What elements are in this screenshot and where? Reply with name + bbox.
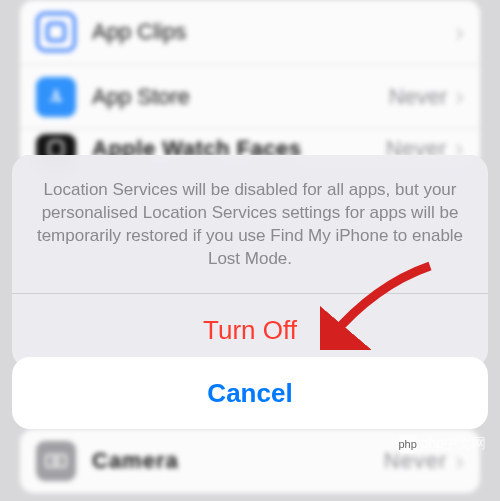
camera-icon [36, 441, 76, 481]
watermark-text: php中文网 [421, 435, 486, 453]
action-sheet: Location Services will be disabled for a… [12, 155, 488, 368]
watermark: php php中文网 [399, 435, 486, 453]
row-value: Never [389, 84, 448, 110]
cancel-button[interactable]: Cancel [12, 357, 488, 429]
list-row-app-clips[interactable]: App Clips › [20, 0, 480, 64]
app-store-icon [36, 77, 76, 117]
row-label: App Store [92, 84, 389, 110]
app-clips-icon [36, 12, 76, 52]
list-row-app-store[interactable]: App Store Never › [20, 64, 480, 128]
chevron-right-icon: › [455, 17, 464, 48]
settings-list: App Clips › App Store Never › Apple Watc… [20, 0, 480, 168]
alert-message: Location Services will be disabled for a… [12, 155, 488, 293]
row-label: Camera [92, 448, 384, 474]
chevron-right-icon: › [455, 81, 464, 112]
watermark-icon: php [399, 435, 417, 453]
row-label: App Clips [92, 19, 447, 45]
